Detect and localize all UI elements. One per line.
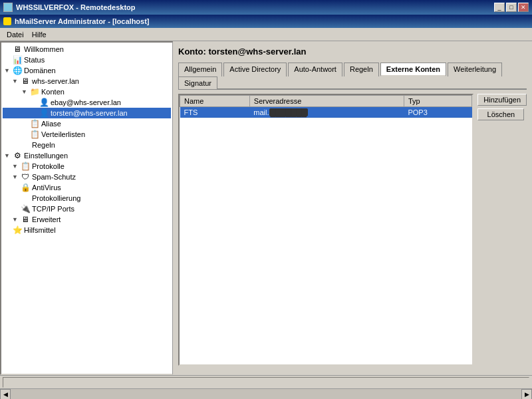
status-bar	[0, 375, 532, 388]
sidebar-item-aliase[interactable]: 📋 Aliase	[3, 118, 171, 129]
app-icon	[3, 3, 13, 12]
expander-protokolle: ▼	[12, 163, 19, 170]
sidebar-item-status[interactable]: 📊 Status	[3, 55, 171, 65]
label-konten: Konten	[41, 88, 65, 96]
icon-einstellungen: ⚙	[12, 151, 23, 160]
sidebar: 🖥 Willkommen 📊 Status ▼ 🌐 Domänen ▼ 🖥 wh…	[0, 41, 173, 375]
sidebar-item-erweitert[interactable]: ▼ 🖥 Erweitert	[3, 214, 171, 225]
sidebar-item-verteilerlisten[interactable]: 📋 Verteilerlisten	[3, 129, 171, 140]
icon-torsten: 👤	[39, 108, 49, 118]
icon-willkommen: 🖥	[12, 45, 23, 54]
sidebar-item-domaenen[interactable]: ▼ 🌐 Domänen	[3, 65, 171, 76]
window-controls: _ □ ✕	[494, 3, 529, 12]
icon-domaenen: 🌐	[12, 66, 23, 75]
sidebar-item-spam[interactable]: ▼ 🛡 Spam-Schutz	[3, 172, 171, 182]
sidebar-item-torsten[interactable]: 👤 torsten@whs-server.lan	[3, 108, 171, 118]
expander-konten: ▼	[21, 88, 28, 95]
close-button[interactable]: ✕	[518, 3, 529, 12]
tab-externe-konten[interactable]: Externe Konten	[380, 63, 446, 76]
cell-serveradresse: mail.███████	[249, 107, 404, 118]
app-window: hMailServer Administrator - [localhost] …	[0, 15, 532, 399]
col-name: Name	[180, 96, 250, 107]
label-antivirus: AntiVirus	[32, 184, 61, 192]
hinzufuegen-button[interactable]: Hinzufügen	[477, 94, 527, 106]
tab-active-directory[interactable]: Active Directory	[223, 63, 287, 76]
icon-spam: 🛡	[20, 172, 31, 182]
scroll-left-button[interactable]: ◀	[0, 389, 11, 400]
tab-weiterleitung[interactable]: Weiterleitung	[448, 63, 502, 76]
inner-app-icon	[3, 17, 11, 25]
col-serveradresse: Serveradresse	[249, 96, 404, 107]
cell-typ: POP3	[404, 107, 471, 118]
hscroll-track[interactable]	[11, 389, 521, 399]
tab-allgemein[interactable]: Allgemein	[178, 63, 222, 76]
label-domaenen: Domänen	[24, 66, 56, 74]
content-area: Name Serveradresse Typ FTS mail.███████ …	[178, 94, 527, 370]
sidebar-item-antivirus[interactable]: 🔒 AntiVirus	[3, 182, 171, 193]
label-torsten: torsten@whs-server.lan	[51, 109, 128, 117]
right-panel: Konto: torsten@whs-server.lan Allgemein …	[173, 41, 532, 375]
label-aliase: Aliase	[41, 120, 61, 128]
label-whs: whs-server.lan	[32, 77, 79, 85]
label-status: Status	[24, 56, 45, 64]
expander-einstellungen: ▼	[4, 152, 11, 159]
button-panel: Hinzufügen Löschen	[477, 94, 527, 370]
minimize-button[interactable]: _	[494, 3, 505, 12]
expander-erweitert: ▼	[12, 216, 19, 223]
menu-bar: Datei Hilfe	[0, 28, 532, 41]
loeschen-button[interactable]: Löschen	[477, 108, 524, 120]
label-tcpip: TCP/IP Ports	[32, 205, 74, 213]
expander-domaenen: ▼	[4, 67, 11, 74]
menu-hilfe[interactable]: Hilfe	[28, 30, 51, 39]
sidebar-item-hilfsmittel[interactable]: ⭐ Hilfsmittel	[3, 225, 171, 235]
icon-regeln	[20, 140, 31, 150]
cell-name: FTS	[180, 107, 250, 118]
label-willkommen: Willkommen	[24, 45, 64, 53]
accounts-table-container: Name Serveradresse Typ FTS mail.███████ …	[178, 94, 473, 366]
label-protokolle: Protokolle	[32, 162, 65, 170]
sidebar-item-protokollierung[interactable]: Protokollierung	[3, 193, 171, 203]
icon-konten: 📁	[29, 87, 40, 96]
sidebar-item-protokolle[interactable]: ▼ 📋 Protokolle	[3, 161, 171, 172]
label-verteilerlisten: Verteilerlisten	[41, 130, 85, 138]
sidebar-item-regeln[interactable]: Regeln	[3, 140, 171, 150]
table-row[interactable]: FTS mail.███████ POP3	[180, 107, 472, 118]
menu-datei[interactable]: Datei	[3, 30, 28, 39]
icon-hilfsmittel: ⭐	[12, 225, 23, 235]
label-ebay: ebay@whs-server.lan	[51, 98, 121, 106]
sidebar-item-willkommen[interactable]: 🖥 Willkommen	[3, 44, 171, 55]
col-typ: Typ	[404, 96, 471, 107]
inner-window-title: hMailServer Administrator - [localhost]	[15, 17, 150, 25]
label-einstellungen: Einstellungen	[24, 152, 68, 160]
tab-signatur[interactable]: Signatur	[178, 76, 217, 89]
scroll-right-button[interactable]: ▶	[521, 389, 532, 400]
sidebar-item-konten[interactable]: ▼ 📁 Konten	[3, 86, 171, 97]
maximize-button[interactable]: □	[506, 3, 517, 12]
sidebar-item-ebay[interactable]: 👤 ebay@whs-server.lan	[3, 97, 171, 108]
icon-status: 📊	[12, 55, 23, 65]
title-bar: WHSSILVERFOX - Remotedesktop _ □ ✕	[0, 0, 532, 15]
label-erweitert: Erweitert	[32, 215, 61, 223]
label-spam: Spam-Schutz	[32, 173, 76, 181]
icon-protokollierung	[20, 194, 31, 203]
tab-regeln[interactable]: Regeln	[344, 63, 379, 76]
icon-whs: 🖥	[20, 76, 31, 86]
panel-title: Konto: torsten@whs-server.lan	[178, 47, 527, 57]
label-protokollierung: Protokollierung	[32, 194, 80, 202]
label-regeln: Regeln	[32, 141, 55, 149]
expander-willkommen	[4, 46, 11, 53]
accounts-table: Name Serveradresse Typ FTS mail.███████ …	[180, 95, 472, 118]
hscroll-bar: ◀ ▶	[0, 388, 532, 399]
icon-verteilerlisten: 📋	[29, 130, 40, 139]
sidebar-item-tcpip[interactable]: 🔌 TCP/IP Ports	[3, 203, 171, 214]
tab-bar: Allgemein Active Directory Auto-Antwort …	[178, 62, 527, 90]
status-bar-inner	[3, 377, 529, 388]
tab-auto-antwort[interactable]: Auto-Antwort	[288, 63, 342, 76]
sidebar-item-whs-server[interactable]: ▼ 🖥 whs-server.lan	[3, 76, 171, 86]
label-hilfsmittel: Hilfsmittel	[24, 226, 56, 234]
expander-whs: ▼	[12, 78, 19, 84]
window-title: WHSSILVERFOX - Remotedesktop	[16, 3, 135, 11]
expander-spam: ▼	[12, 174, 19, 180]
icon-aliase: 📋	[29, 119, 40, 128]
sidebar-item-einstellungen[interactable]: ▼ ⚙ Einstellungen	[3, 150, 171, 161]
